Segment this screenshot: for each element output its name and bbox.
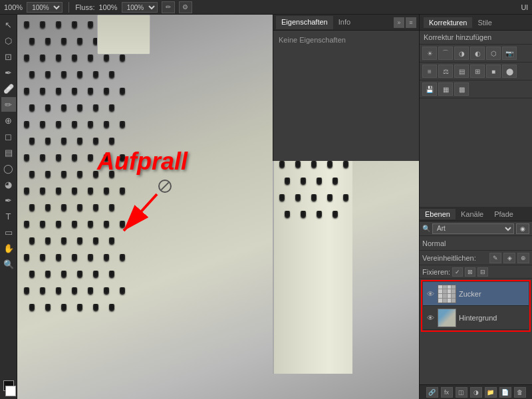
korr-threshold-icon[interactable]: ▦ [438, 82, 453, 96]
ul-label: Ul [521, 3, 528, 11]
tab-kanaele[interactable]: Kanäle [456, 209, 489, 219]
layer-item-zucker[interactable]: 👁 Zucker [423, 282, 529, 306]
mask-icon[interactable]: ◫ [456, 387, 467, 398]
brush-icon[interactable]: ✏ [162, 1, 175, 13]
verei-icon-1[interactable]: ✎ [489, 253, 501, 263]
separator-1 [68, 2, 69, 13]
folder-icon[interactable]: 📁 [485, 387, 497, 398]
tool-eraser[interactable]: ◻ [1, 129, 16, 144]
bg-color[interactable] [5, 386, 16, 396]
trash-icon[interactable]: 🗑 [514, 387, 526, 398]
tool-heal[interactable]: 🩹 [1, 81, 16, 96]
ebenen-filter-row: 🔍 Art ◉ [420, 221, 532, 236]
tool-shape[interactable]: ▭ [1, 225, 16, 239]
korr-levels-icon[interactable]: ≡ [422, 65, 437, 78]
fix-icon-2[interactable]: ⊠ [465, 267, 475, 277]
new-layer-icon[interactable]: 📄 [499, 387, 511, 398]
tab-ebenen[interactable]: Ebenen [420, 209, 456, 219]
fixieren-label: Fixieren: [422, 268, 450, 276]
korrekturen-title: Korrektur hinzufügen [420, 31, 532, 45]
panel-tab-icons: » ≡ [394, 17, 416, 28]
fluss-value: 100% [98, 3, 117, 11]
fixieren-row: Fixieren: ✓ ⊠ ⊟ [420, 265, 532, 279]
korr-brightness-icon[interactable]: ◑ [454, 47, 469, 60]
layer-item-hintergrund[interactable]: 👁 Hintergrund [423, 306, 529, 330]
panel-tab-bar: Eigenschaften Info » ≡ [273, 15, 419, 31]
no-sign-icon [158, 180, 172, 193]
ebenen-bottom-bar: 🔗 fx ◫ ◑ 📁 📄 🗑 [420, 384, 532, 399]
zoom-label: 100% [4, 3, 23, 11]
tool-brush[interactable]: ✏ [1, 97, 16, 112]
korr-sun-icon[interactable]: ☀ [422, 47, 437, 60]
hintergrund-visibility[interactable]: 👁 [426, 313, 435, 323]
tool-text[interactable]: T [1, 209, 16, 223]
korr-hue-icon[interactable]: ◐ [470, 47, 485, 60]
zucker-name: Zucker [459, 290, 526, 298]
korrekturen-icons-row3: 💾 ▦ ▩ [420, 80, 532, 98]
tool-pen[interactable]: ✒ [1, 193, 16, 207]
korr-photo-icon[interactable]: 📷 [502, 47, 517, 60]
ebenen-tabs: Ebenen Kanäle Pfade [420, 207, 532, 221]
korr-vibrance-icon[interactable]: ⬡ [486, 47, 501, 60]
tool-gradient[interactable]: ▤ [1, 145, 16, 160]
no-properties-label: Keine Eigenschaften [279, 36, 346, 44]
tool-arrow[interactable]: ↖ [1, 17, 16, 32]
korr-pattern-icon[interactable]: ⊞ [470, 65, 485, 78]
adjustment-icon[interactable]: ◑ [470, 387, 482, 398]
tool-eyedropper[interactable]: ✒ [1, 65, 16, 80]
zucker-thumbnail [438, 285, 456, 303]
fix-icon-1[interactable]: ✓ [452, 267, 463, 277]
tab-eigenschaften[interactable]: Eigenschaften [276, 16, 333, 29]
fx-icon[interactable]: fx [441, 387, 453, 398]
blend-mode-row: Normal [420, 236, 532, 251]
korr-gradient-icon[interactable]: ▤ [454, 65, 469, 78]
properties-content: Keine Eigenschaften [273, 31, 419, 49]
tab-korrekturen[interactable]: Korrekturen [424, 17, 472, 28]
properties-panel-overlay: Eigenschaften Info » ≡ Keine Eigenschaft… [273, 15, 419, 161]
aufprall-text: Aufprall [97, 148, 188, 176]
fix-icon-3[interactable]: ⊟ [477, 267, 488, 277]
zucker-visibility[interactable]: 👁 [426, 289, 435, 299]
vereinheitlichen-label: Vereinheitlichen: [422, 254, 487, 262]
tool-hand[interactable]: ✋ [1, 241, 16, 255]
tool-lasso[interactable]: ⬡ [1, 33, 16, 48]
korrekturen-body: Korrektur hinzufügen ☀ ⌒ ◑ ◐ ⬡ 📷 ≡ ⚖ ▤ ⊞… [420, 31, 532, 98]
filter-dropdown[interactable]: Art [432, 223, 514, 234]
left-toolbar: ↖ ⬡ ⊡ ✒ 🩹 ✏ ⊕ ◻ ▤ ◯ ◕ ✒ T ▭ ✋ 🔍 [0, 15, 17, 399]
tool-blur[interactable]: ◯ [1, 161, 16, 176]
settings-icon[interactable]: ⚙ [179, 1, 192, 13]
tool-stamp[interactable]: ⊕ [1, 113, 16, 128]
korr-balance-icon[interactable]: ⚖ [438, 65, 453, 78]
panel-expand-icon[interactable]: » [394, 17, 404, 28]
search-icon: 🔍 [422, 225, 430, 232]
verei-icon-3[interactable]: ⊕ [517, 253, 529, 263]
canvas-area: Aufprall Eigenschaften Info » ≡ [17, 15, 419, 399]
korr-solid-icon[interactable]: ■ [486, 65, 501, 78]
fluss-dropdown[interactable]: 100% [122, 2, 158, 13]
tool-zoom[interactable]: 🔍 [1, 257, 16, 271]
hintergrund-name: Hintergrund [459, 314, 526, 322]
korrekturen-header: Korrekturen Stile [420, 15, 532, 31]
korrekturen-icons-row1: ☀ ⌒ ◑ ◐ ⬡ 📷 [420, 45, 532, 63]
right-panels: Korrekturen Stile Korrektur hinzufügen ☀… [419, 15, 532, 399]
fluss-label: Fluss: [75, 3, 94, 11]
vereinheitlichen-row: Vereinheitlichen: ✎ ◈ ⊕ [420, 251, 532, 265]
panel-menu-icon[interactable]: ≡ [406, 17, 416, 28]
link-icon[interactable]: 🔗 [426, 387, 438, 398]
tool-crop[interactable]: ⊡ [1, 49, 16, 64]
korr-save-icon[interactable]: 💾 [422, 82, 437, 96]
tab-stile[interactable]: Stile [472, 17, 497, 28]
tab-info[interactable]: Info [333, 16, 356, 29]
korr-posterize-icon[interactable]: ▩ [454, 82, 469, 96]
grater-handle [97, 15, 150, 55]
korrekturen-icons-row2: ≡ ⚖ ▤ ⊞ ■ ⬤ [420, 63, 532, 80]
filter-toggle-btn[interactable]: ◉ [516, 223, 529, 234]
korr-invert-icon[interactable]: ⬤ [502, 65, 517, 78]
korr-curve-icon[interactable]: ⌒ [438, 47, 453, 60]
tool-dodge[interactable]: ◕ [1, 177, 16, 192]
svg-line-1 [124, 194, 157, 231]
tab-pfade[interactable]: Pfade [489, 209, 519, 219]
verei-icon-2[interactable]: ◈ [503, 253, 515, 263]
ebenen-section: Ebenen Kanäle Pfade 🔍 Art ◉ Normal Verei… [420, 207, 532, 399]
zoom-dropdown[interactable]: 100% [27, 2, 63, 13]
